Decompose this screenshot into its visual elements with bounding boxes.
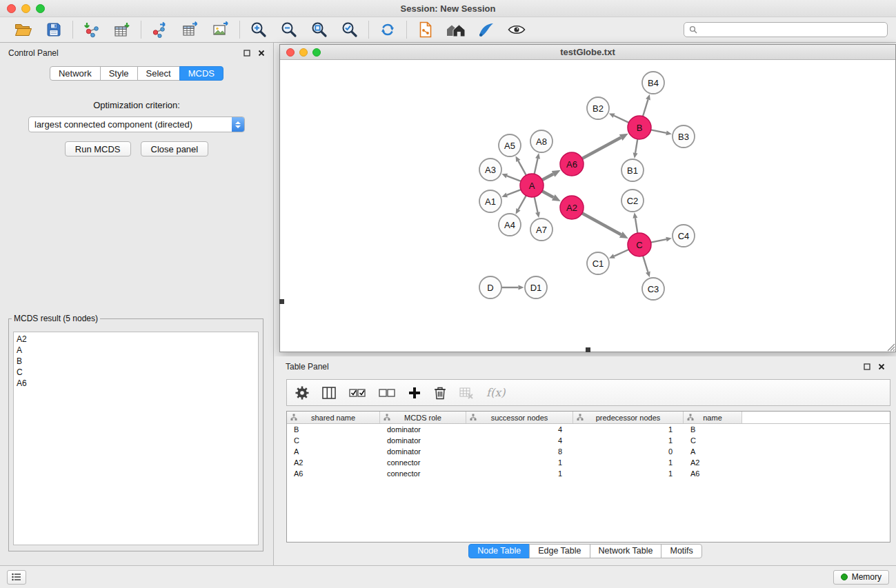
zoom-out-button[interactable] <box>274 19 304 41</box>
graph-node-B1[interactable]: B1 <box>621 159 644 181</box>
graph-node-B3[interactable]: B3 <box>673 125 695 148</box>
delete-table-button[interactable] <box>459 387 473 399</box>
table-cell: C <box>287 436 380 445</box>
column-header-name[interactable]: name <box>684 412 742 423</box>
graph-node-A1[interactable]: A1 <box>479 190 501 212</box>
graph-node-A6[interactable]: A6 <box>560 152 584 176</box>
close-panel-icon[interactable] <box>878 363 885 370</box>
window-resize-handle[interactable] <box>586 347 590 352</box>
hide-panels-button[interactable] <box>7 570 26 585</box>
export-image-button[interactable] <box>206 19 236 41</box>
delete-table-icon <box>459 387 473 399</box>
zoom-selected-button[interactable] <box>335 19 365 41</box>
graph-node-A[interactable]: A <box>520 174 544 197</box>
export-network-button[interactable] <box>145 19 175 41</box>
table-row[interactable]: Cdominator41C <box>287 435 890 446</box>
attribute-icon <box>290 414 297 420</box>
show-columns-button[interactable] <box>322 387 336 399</box>
apply-function-button[interactable]: f(x) <box>486 386 505 399</box>
import-network-button[interactable] <box>77 19 107 41</box>
home-button[interactable] <box>441 19 471 41</box>
float-panel-icon[interactable] <box>864 363 870 370</box>
close-panel-icon[interactable] <box>258 50 265 57</box>
search-field[interactable] <box>684 22 888 37</box>
table-cell: A <box>684 447 742 456</box>
column-header-MCDS-role[interactable]: MCDS role <box>380 412 466 423</box>
table-cell: 1 <box>573 436 684 445</box>
tab-node-table[interactable]: Node Table <box>468 544 530 558</box>
search-input[interactable] <box>701 24 882 35</box>
zoom-network-window-button[interactable] <box>312 48 321 57</box>
criterion-dropdown[interactable]: largest connected component (directed) <box>28 116 245 132</box>
zoom-fit-button[interactable] <box>304 19 335 41</box>
tab-style[interactable]: Style <box>100 66 138 81</box>
open-session-button[interactable] <box>8 19 39 41</box>
memory-button[interactable]: Memory <box>833 570 889 585</box>
toolbar-separator <box>141 21 141 39</box>
apply-layout-button[interactable] <box>372 19 403 41</box>
column-header-shared-name[interactable]: shared name <box>287 412 380 423</box>
graph-node-A4[interactable]: A4 <box>499 214 521 236</box>
export-table-button[interactable] <box>175 19 206 41</box>
toolbar-separator <box>72 21 73 39</box>
graph-node-A3[interactable]: A3 <box>479 159 501 181</box>
table-row[interactable]: A6connector11A6 <box>287 468 890 479</box>
delete-rows-button[interactable] <box>434 386 446 400</box>
graph-node-C3[interactable]: C3 <box>642 278 664 300</box>
graph-node-C[interactable]: C <box>628 233 651 256</box>
close-window-button[interactable] <box>7 4 16 13</box>
graph-node-B2[interactable]: B2 <box>587 97 609 119</box>
graph-node-A2[interactable]: A2 <box>560 196 584 219</box>
result-item: A6 <box>17 378 255 389</box>
close-panel-button[interactable]: Close panel <box>141 141 209 156</box>
graph-node-B[interactable]: B <box>628 116 651 139</box>
tab-select[interactable]: Select <box>137 66 180 81</box>
network-window-titlebar[interactable]: testGlobe.txt <box>280 45 895 60</box>
add-row-button[interactable] <box>408 387 421 399</box>
graph-node-A5[interactable]: A5 <box>499 134 521 156</box>
minimize-network-window-button[interactable] <box>299 48 308 57</box>
network-file-button[interactable] <box>410 19 441 41</box>
graph-node-D1[interactable]: D1 <box>525 276 547 298</box>
deselect-all-rows-button[interactable] <box>379 387 395 398</box>
svg-text:A2: A2 <box>566 203 577 213</box>
network-file-icon <box>419 21 432 38</box>
import-table-button[interactable] <box>107 19 137 41</box>
window-resize-handle[interactable] <box>279 299 284 304</box>
network-window: testGlobe.txt AA1A2A3A4A5A6A7A8BB1B2B3B4… <box>279 44 896 352</box>
table-cell: dominator <box>380 425 466 434</box>
table-row[interactable]: A2connector11A2 <box>287 457 890 468</box>
graph-node-C1[interactable]: C1 <box>587 252 609 274</box>
show-graphics-button[interactable] <box>501 19 532 41</box>
minimize-window-button[interactable] <box>21 4 30 13</box>
tab-motifs[interactable]: Motifs <box>661 544 701 558</box>
table-settings-button[interactable] <box>295 386 309 400</box>
tab-network-table[interactable]: Network Table <box>590 544 662 558</box>
network-canvas[interactable]: AA1A2A3A4A5A6A7A8BB1B2B3B4CC1C2C3C4DD1 <box>280 61 895 352</box>
zoom-in-button[interactable] <box>243 19 274 41</box>
graph-node-B4[interactable]: B4 <box>642 72 664 94</box>
column-header-successor-nodes[interactable]: successor nodes <box>466 412 573 423</box>
graph-node-C2[interactable]: C2 <box>621 190 644 212</box>
table-row[interactable]: Adominator80A <box>287 446 890 457</box>
close-network-window-button[interactable] <box>286 48 295 57</box>
svg-text:D: D <box>487 283 493 293</box>
resize-grip-icon[interactable] <box>886 343 895 352</box>
graph-node-C4[interactable]: C4 <box>673 225 695 247</box>
run-mcds-button[interactable]: Run MCDS <box>65 141 131 156</box>
graph-node-D[interactable]: D <box>479 276 501 298</box>
tab-edge-table[interactable]: Edge Table <box>529 544 590 558</box>
graph-node-A7[interactable]: A7 <box>530 219 552 241</box>
zoom-window-button[interactable] <box>36 4 45 13</box>
column-header-predecessor-nodes[interactable]: predecessor nodes <box>573 412 684 423</box>
tab-network[interactable]: Network <box>50 66 101 81</box>
tab-mcds[interactable]: MCDS <box>179 66 223 81</box>
table-cell: A2 <box>684 458 742 467</box>
style-button[interactable] <box>471 19 501 41</box>
save-session-button[interactable] <box>39 19 69 41</box>
table-row[interactable]: Bdominator41B <box>287 424 890 435</box>
graph-node-A8[interactable]: A8 <box>530 130 552 152</box>
table-cell: 1 <box>573 469 684 478</box>
float-panel-icon[interactable] <box>243 50 250 57</box>
select-all-rows-button[interactable] <box>349 387 366 398</box>
